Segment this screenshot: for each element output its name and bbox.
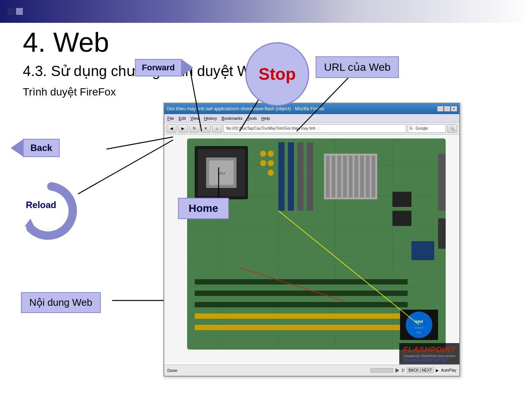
browser-content: CPU [164, 135, 459, 364]
star-icon: ☆ [317, 126, 321, 130]
forward-arrow-icon [182, 59, 193, 76]
reload-nav-button[interactable]: ↻ [189, 124, 199, 133]
svg-text:CPU: CPU [218, 172, 225, 175]
browser-statusbar: Done 1/ BACK | NEXT ▶ AutoPlay [164, 364, 459, 376]
play-icon[interactable] [395, 368, 399, 373]
svg-line-57 [78, 140, 173, 194]
svg-rect-25 [195, 325, 408, 330]
svg-rect-31 [349, 156, 353, 197]
svg-text:Core 2: Core 2 [414, 326, 424, 329]
svg-point-38 [268, 170, 274, 176]
close-button[interactable]: ✕ [451, 106, 457, 111]
menu-tools[interactable]: Tools [247, 116, 257, 121]
sq1 [8, 8, 14, 15]
page-counter: 1/ [402, 368, 405, 372]
svg-rect-50 [438, 218, 446, 249]
menu-file[interactable]: File [167, 116, 174, 121]
svg-rect-30 [343, 156, 347, 197]
reload-container: Reload [19, 179, 84, 245]
search-button[interactable]: 🔍 [447, 124, 457, 133]
menu-bookmarks[interactable]: Bookmarks [222, 116, 243, 121]
back-arrow-icon [11, 140, 23, 156]
browser-title-text: Gioi thieu may tinh.swf application/x-sh… [167, 106, 324, 111]
svg-rect-23 [195, 302, 408, 307]
svg-rect-33 [360, 156, 364, 197]
window-controls: ─ □ ✕ [437, 106, 457, 111]
forward-nav-button[interactable]: ▶ [178, 124, 188, 133]
back-label: Back [23, 139, 60, 157]
svg-rect-21 [195, 279, 408, 285]
forward-label-container: Forward [135, 59, 193, 76]
svg-text:Duo: Duo [417, 331, 422, 334]
svg-rect-29 [337, 156, 341, 197]
svg-rect-32 [354, 156, 358, 197]
svg-rect-42 [392, 211, 411, 226]
back-nav-button[interactable]: ◀ [167, 124, 176, 133]
browser-toolbar: ◀ ▶ ↻ ✕ ⌂ file:///D:/HocTap/CauTrucMayTi… [164, 122, 459, 135]
minimize-button[interactable]: ─ [437, 106, 443, 111]
svg-point-36 [268, 151, 274, 157]
svg-rect-18 [288, 142, 294, 211]
address-text: file:///D:/HocTap/CauTrucMayTinh/Gioi th… [226, 126, 316, 130]
svg-rect-35 [372, 156, 375, 197]
status-text: Done [167, 368, 177, 373]
browser-menubar: File Edit View History Bookmarks Tools H… [164, 114, 459, 122]
back-next-label[interactable]: BACK | NEXT [407, 367, 434, 373]
menu-edit[interactable]: Edit [179, 116, 186, 121]
progress-bar [370, 368, 393, 373]
motherboard-svg: CPU [164, 135, 459, 363]
stop-circle: Stop [245, 42, 309, 106]
svg-rect-19 [297, 142, 303, 211]
status-controls: 1/ BACK | NEXT ▶ AutoPlay [370, 367, 456, 373]
home-nav-button[interactable]: ⌂ [212, 124, 222, 133]
reload-label: Reload [26, 200, 56, 210]
stop-label: Stop [259, 65, 296, 84]
menu-help[interactable]: Help [261, 116, 270, 121]
maximize-button[interactable]: □ [444, 106, 450, 111]
svg-point-37 [268, 160, 274, 166]
svg-rect-22 [195, 291, 408, 296]
svg-line-56 [106, 137, 173, 149]
autoplay-label[interactable]: AutoPlay [441, 368, 456, 372]
noidung-label: Nội dung Web [21, 292, 101, 313]
top-bar-decoration [8, 8, 23, 15]
svg-rect-24 [195, 313, 408, 319]
svg-point-40 [260, 160, 266, 166]
google-text: G · Google [410, 126, 428, 130]
main-title: 4. Web [23, 27, 109, 58]
svg-rect-43 [411, 241, 434, 260]
stop-nav-button[interactable]: ✕ [201, 124, 211, 133]
flashpoint-url: http://www.FlashPoint.NET [403, 358, 456, 362]
svg-rect-49 [438, 154, 446, 211]
forward-label: Forward [135, 59, 182, 76]
menu-history[interactable]: History [204, 116, 217, 121]
google-search-box[interactable]: G · Google [408, 124, 446, 133]
reload-svg [19, 179, 84, 243]
address-bar[interactable]: file:///D:/HocTap/CauTrucMayTinh/Gioi th… [224, 124, 406, 133]
flashpoint-title: FLASHPOINT [403, 345, 456, 354]
home-label: Home [178, 198, 229, 219]
svg-rect-27 [326, 156, 330, 197]
svg-rect-34 [366, 156, 370, 197]
menu-view[interactable]: View [191, 116, 200, 121]
svg-rect-28 [332, 156, 335, 197]
svg-rect-20 [307, 142, 313, 211]
top-bar [0, 0, 532, 23]
browser-label: Trình duyệt FireFox [23, 86, 116, 98]
autoplay-icon[interactable]: ▶ [436, 368, 439, 372]
flashpoint-subtitle: Created by FlashPoint trial version [403, 354, 456, 358]
url-label: URL của Web [316, 56, 399, 78]
svg-rect-41 [392, 192, 411, 207]
svg-rect-17 [278, 142, 284, 211]
sq2 [16, 8, 23, 15]
back-label-container: Back [11, 139, 60, 157]
flashpoint-watermark: FLASHPOINT Created by FlashPoint trial v… [399, 343, 459, 364]
browser-titlebar: Gioi thieu may tinh.swf application/x-sh… [164, 103, 459, 114]
svg-point-39 [260, 151, 266, 157]
browser-window: Gioi thieu may tinh.swf application/x-sh… [164, 103, 460, 377]
